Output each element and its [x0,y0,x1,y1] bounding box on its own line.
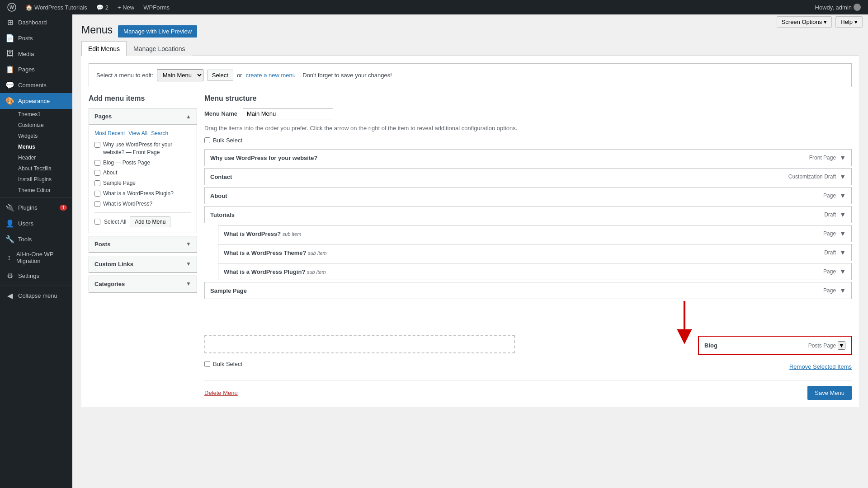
menu-item-row[interactable]: What is a WordPress Plugin? sub item Pag… [218,263,852,280]
menu-item-expand-button[interactable]: ▼ [840,230,846,237]
menu-item-expand-button[interactable]: ▼ [840,211,846,218]
view-all-tab[interactable]: View All [128,130,147,136]
sidebar-item-settings[interactable]: ⚙ Settings [0,268,72,284]
pages-tabs-row: Most Recent View All Search [94,130,191,136]
comments-button[interactable]: 💬 2 [93,0,112,14]
add-to-menu-button[interactable]: Add to Menu [130,216,170,227]
home-icon: 🏠 [25,4,33,11]
wpforms-button[interactable]: WPForms [140,0,173,14]
custom-links-chevron-down-icon: ▼ [186,261,191,267]
select-all-checkbox[interactable] [94,219,100,225]
save-menu-button[interactable]: Save Menu [807,386,852,400]
pages-accordion-body: Most Recent View All Search Why use Word… [89,125,197,233]
bulk-select-bottom-checkbox[interactable] [204,361,210,367]
menu-placeholder [204,335,515,353]
bottom-actions-top: Bulk Select Remove Selected Items [204,361,852,373]
help-button[interactable]: Help ▾ [835,16,863,28]
pages-accordion: Pages ▲ Most Recent View All Search [89,108,197,233]
menu-item-expand-button[interactable]: ▼ [840,192,846,199]
search-tab[interactable]: Search [151,130,168,136]
posts-accordion-header[interactable]: Posts ▼ [89,236,197,253]
sidebar-item-header[interactable]: Header [0,152,72,163]
screen-options-button[interactable]: Screen Options ▾ [777,16,832,28]
collapse-menu-button[interactable]: ◀ Collapse menu [0,288,72,304]
page-checkbox-3[interactable] [94,170,100,176]
bulk-select-top-checkbox[interactable] [204,137,210,143]
pages-accordion-header[interactable]: Pages ▲ [89,108,197,125]
chevron-down-icon: ▾ [824,19,827,25]
select-all-row: Select All Add to Menu [94,212,191,227]
menu-select[interactable]: Main Menu [157,69,203,81]
menu-item-row[interactable]: Contact Customization Draft ▼ [204,168,852,185]
page-title-area: Menus Manage with Live Preview [81,23,859,38]
new-content-button[interactable]: + New [114,0,138,14]
sidebar-item-aio[interactable]: ↕ All-in-One WP Migration [0,247,72,268]
sidebar-item-media[interactable]: 🖼 Media [0,46,72,61]
comments-icon: 💬 [96,4,104,11]
posts-icon: 📄 [5,34,14,42]
custom-links-accordion-header[interactable]: Custom Links ▼ [89,256,197,272]
categories-accordion-header[interactable]: Categories ▼ [89,276,197,292]
wp-logo-button[interactable]: W [4,0,20,14]
sidebar-item-menus[interactable]: Menus [0,141,72,152]
sidebar-item-install-plugins[interactable]: Install Plugins [0,174,72,185]
list-item: Sample Page [94,179,191,187]
live-preview-button[interactable]: Manage with Live Preview [118,25,197,38]
sidebar-item-customize[interactable]: Customize [0,120,72,131]
sidebar-item-themes[interactable]: Themes 1 [0,109,72,120]
sidebar-item-users[interactable]: 👤 Users [0,216,72,231]
page-checkbox-6[interactable] [94,201,100,207]
menu-item-row[interactable]: What is WordPress? sub item Page ▼ [218,225,852,242]
sidebar-item-tools[interactable]: 🔧 Tools [0,231,72,247]
sidebar-item-posts[interactable]: 📄 Posts [0,30,72,46]
sidebar-item-about-teczilla[interactable]: About Teczilla [0,163,72,174]
menu-item-expand-button[interactable]: ▼ [840,173,846,180]
page-title: Menus [81,23,113,37]
menu-item-expand-button[interactable]: ▼ [840,249,846,256]
page-checkbox-4[interactable] [94,180,100,186]
drag-target-box[interactable]: Blog Posts Page ▼ [698,336,852,355]
select-button[interactable]: Select [207,70,233,81]
menu-name-input[interactable]: Main Menu [243,108,333,119]
page-checkbox-5[interactable] [94,191,100,197]
delete-menu-link[interactable]: Delete Menu [204,389,238,396]
remove-selected-link[interactable]: Remove Selected Items [789,363,852,370]
menu-item-row[interactable]: Sample Page Page ▼ [204,282,852,299]
list-item: What is a WordPress Plugin? [94,190,191,197]
tabs-wrapper: Edit Menus Manage Locations [81,41,859,56]
create-new-menu-link[interactable]: create a new menu [245,72,296,79]
menu-item-expand-button[interactable]: ▼ [840,287,846,294]
tab-manage-locations[interactable]: Manage Locations [127,41,192,56]
custom-links-accordion: Custom Links ▼ [89,256,197,273]
site-name-button[interactable]: 🏠 WordPress Tutorials [22,0,91,14]
categories-accordion: Categories ▼ [89,276,197,293]
drag-area: Blog Posts Page ▼ [204,301,852,355]
menu-item-name: What is a WordPress Plugin? [224,268,307,275]
sidebar-item-appearance[interactable]: 🎨 Appearance [0,93,72,109]
list-item: Blog — Posts Page [94,159,191,167]
add-menu-items-panel: Add menu items Pages ▲ Most Recent View … [89,94,197,400]
page-checkbox-2[interactable] [94,160,100,166]
list-item: What is WordPress? [94,200,191,208]
page-checkbox-1[interactable] [94,142,100,148]
sidebar: ⊞ Dashboard 📄 Posts 🖼 Media 📋 Pages 💬 Co… [0,14,72,488]
menu-item-expand-button[interactable]: ▼ [840,154,846,161]
most-recent-tab[interactable]: Most Recent [94,130,125,136]
menu-item-row[interactable]: Tutorials Draft ▼ [204,206,852,223]
sidebar-item-plugins[interactable]: 🔌 Plugins 1 [0,200,72,216]
drag-target-expand-button[interactable]: ▼ [838,341,845,350]
sidebar-item-dashboard[interactable]: ⊞ Dashboard [0,14,72,30]
sidebar-item-theme-editor[interactable]: Theme Editor [0,185,72,196]
user-menu[interactable]: Howdy, admin [811,4,864,11]
menu-item-row[interactable]: Why use WordPress for your website? Fron… [204,149,852,166]
menu-item-row[interactable]: About Page ▼ [204,187,852,204]
sidebar-item-widgets[interactable]: Widgets [0,131,72,141]
menu-item-row[interactable]: What is a WordPress Theme? sub item Draf… [218,244,852,261]
menu-item-expand-button[interactable]: ▼ [840,268,846,275]
tab-edit-menus[interactable]: Edit Menus [81,41,127,56]
menu-item-name: Why use WordPress for your website? [210,155,317,161]
menu-item-type: Draft [824,249,836,256]
sidebar-item-comments[interactable]: 💬 Comments [0,77,72,93]
page-label-6: What is WordPress? [103,200,152,208]
sidebar-item-pages[interactable]: 📋 Pages [0,61,72,77]
